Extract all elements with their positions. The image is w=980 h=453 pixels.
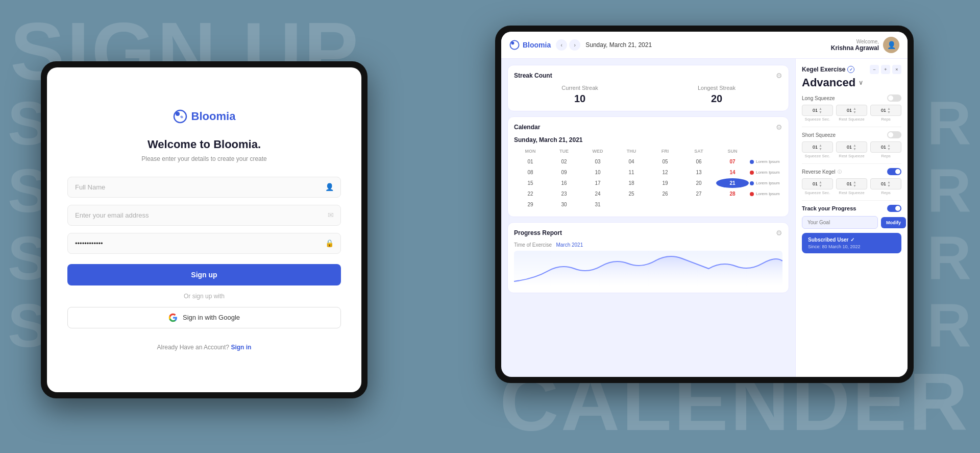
reverse-kegel-inputs: 01 ▲▼ Squeeze Sec. 01 ▲▼ Rest Squeeze [802, 178, 901, 195]
streak-settings-icon[interactable]: ⚙ [776, 71, 782, 80]
goal-input[interactable] [802, 216, 878, 229]
header-right: Welcome, Krishna Agrawal 👤 [831, 37, 899, 53]
dash-logo-icon [509, 40, 520, 50]
kegel-minus-btn[interactable]: − [870, 65, 879, 74]
dashboard-header: Bloomia ‹ › Sunday, March 21, 2021 Welco… [501, 32, 908, 59]
legend-4: Lorem Ipsum [750, 189, 782, 199]
signin-link[interactable]: Sign in [231, 344, 251, 351]
long-rest-sec: 01 ▲▼ Rest Squeeze [836, 105, 867, 122]
kegel-dropdown-icon[interactable]: ∨ [859, 79, 863, 86]
current-streak-value: 10 [514, 93, 646, 105]
cal-day-06[interactable]: 06 [682, 157, 715, 166]
cal-day-17[interactable]: 17 [581, 178, 614, 188]
cal-day-18[interactable]: 18 [615, 178, 648, 188]
day-legend-header [750, 148, 782, 155]
cal-day-28[interactable]: 28 [716, 189, 749, 199]
signup-screen: Bloomia Welcome to Bloomia. Please enter… [47, 67, 361, 392]
streak-grid: Current Streak 10 Longest Streak 20 [514, 85, 782, 105]
kegel-close-btn[interactable]: × [892, 65, 901, 74]
cal-day-21[interactable]: 21 [716, 178, 749, 188]
cal-day-20[interactable]: 20 [682, 178, 715, 188]
cal-day-27[interactable]: 27 [682, 189, 715, 199]
calendar-header: Calendar ⚙ [514, 123, 782, 131]
rev-rest-sec-label: Rest Squeeze [836, 190, 867, 195]
calendar-settings-icon[interactable]: ⚙ [776, 123, 782, 131]
cal-day-22[interactable]: 22 [514, 189, 547, 199]
long-squeeze-toggle[interactable] [887, 94, 901, 102]
rev-rest-sec: 01 ▲▼ Rest Squeeze [836, 178, 867, 195]
long-squeeze-sec-input[interactable]: 01 ▲▼ [802, 105, 833, 116]
cal-day-23[interactable]: 23 [548, 189, 580, 199]
cal-day-14[interactable]: 14 [716, 168, 749, 177]
short-rest-sec-label: Rest Squeeze [836, 154, 867, 158]
cal-day-01[interactable]: 01 [514, 157, 547, 166]
cal-day-11[interactable]: 11 [615, 168, 648, 177]
google-signin-button[interactable]: Sign in with Google [67, 307, 341, 328]
short-squeeze-toggle[interactable] [887, 131, 901, 138]
reverse-kegel-section: Reverse Kegel ⓘ 01 ▲▼ Squeeze Sec. [802, 168, 901, 195]
cal-day-03[interactable]: 03 [581, 157, 614, 166]
kegel-title: Kegel Exercise ✓ [802, 66, 854, 73]
cal-day-04[interactable]: 04 [615, 157, 648, 166]
cal-day-09[interactable]: 09 [548, 168, 580, 177]
long-reps-label: Reps [870, 117, 901, 122]
track-progress-toggle[interactable] [887, 205, 901, 212]
short-squeeze-sec-input[interactable]: 01 ▲▼ [802, 141, 833, 153]
user-avatar[interactable]: 👤 [883, 37, 899, 53]
forward-button[interactable]: › [569, 39, 580, 51]
cal-day-31[interactable]: 31 [581, 200, 614, 209]
cal-day-05[interactable]: 05 [649, 157, 681, 166]
signup-button[interactable]: Sign up [67, 264, 341, 285]
cal-day-07[interactable]: 07 [716, 157, 749, 166]
cal-day-26[interactable]: 26 [649, 189, 681, 199]
cal-day-02[interactable]: 02 [548, 157, 580, 166]
short-rest-sec-input[interactable]: 01 ▲▼ [836, 141, 867, 153]
long-reps-input[interactable]: 01 ▲▼ [870, 105, 901, 116]
email-input[interactable] [67, 205, 341, 226]
cal-day-16[interactable]: 16 [548, 178, 580, 188]
rev-rest-sec-input[interactable]: 01 ▲▼ [836, 178, 867, 189]
cal-day-12[interactable]: 12 [649, 168, 681, 177]
cal-day-13[interactable]: 13 [682, 168, 715, 177]
calendar-main: Sunday, March 21, 2021 MON TUE WED THU F… [514, 136, 782, 210]
longest-streak-label: Longest Streak [651, 85, 782, 91]
calendar-wrapper: Sunday, March 21, 2021 MON TUE WED THU F… [514, 136, 782, 210]
cal-day-30[interactable]: 30 [548, 200, 580, 209]
current-streak: Current Streak 10 [514, 85, 646, 105]
cal-empty-3 [682, 200, 715, 209]
legend-empty [750, 200, 782, 209]
welcome-label: Welcome, [831, 39, 879, 44]
email-icon: ✉ [328, 211, 334, 219]
back-button[interactable]: ‹ [556, 39, 567, 51]
rev-reps-input[interactable]: 01 ▲▼ [870, 178, 901, 189]
reverse-kegel-toggle[interactable] [887, 168, 901, 175]
long-squeeze-sec: 01 ▲▼ Squeeze Sec. [802, 105, 833, 122]
cal-day-24[interactable]: 24 [581, 189, 614, 199]
modify-button[interactable]: Modify [881, 217, 906, 228]
bg-right-letters: RRRR [927, 89, 972, 359]
long-squeeze-section: Long Squeeze 01 ▲▼ Squeeze Sec. 01 [802, 94, 901, 122]
reverse-kegel-label: Reverse Kegel ⓘ [802, 168, 901, 175]
password-input[interactable] [67, 233, 341, 254]
cal-day-25[interactable]: 25 [615, 189, 648, 199]
name-input[interactable] [67, 177, 341, 198]
cal-day-29[interactable]: 29 [514, 200, 547, 209]
calendar-grid: MON TUE WED THU FRI SAT SUN [514, 148, 782, 209]
cal-day-19[interactable]: 19 [649, 178, 681, 188]
subscribed-check-icon: ✓ [850, 237, 854, 243]
goal-row: Modify [802, 216, 901, 229]
progress-settings-icon[interactable]: ⚙ [776, 229, 782, 237]
cal-day-10[interactable]: 10 [581, 168, 614, 177]
rev-reps: 01 ▲▼ Reps [870, 178, 901, 195]
long-rest-sec-input[interactable]: 01 ▲▼ [836, 105, 867, 116]
dashboard-main: Streak Count ⚙ Current Streak 10 Longest… [501, 59, 795, 377]
google-icon [168, 313, 178, 322]
short-reps-input[interactable]: 01 ▲▼ [870, 141, 901, 153]
cal-day-08[interactable]: 08 [514, 168, 547, 177]
long-reps: 01 ▲▼ Reps [870, 105, 901, 122]
welcome-text: Welcome, Krishna Agrawal [831, 39, 879, 52]
rev-squeeze-sec-input[interactable]: 01 ▲▼ [802, 178, 833, 189]
cal-day-15[interactable]: 15 [514, 178, 547, 188]
kegel-plus-btn[interactable]: + [881, 65, 890, 74]
dashboard-screen: Bloomia ‹ › Sunday, March 21, 2021 Welco… [501, 32, 908, 377]
